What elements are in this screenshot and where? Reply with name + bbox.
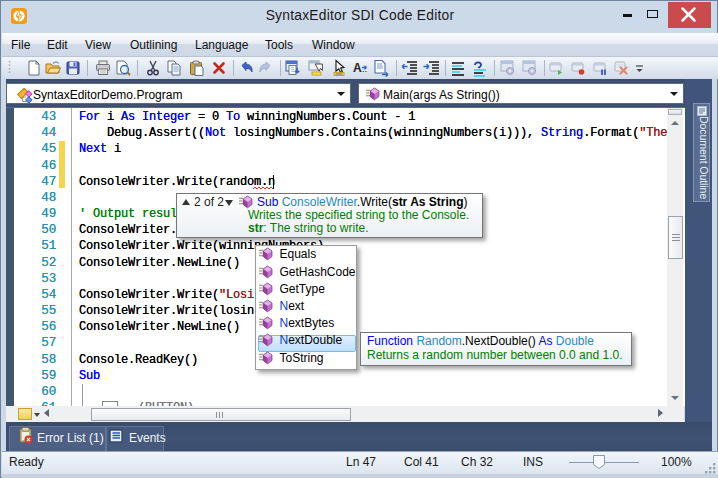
svg-text:A: A: [353, 61, 362, 75]
